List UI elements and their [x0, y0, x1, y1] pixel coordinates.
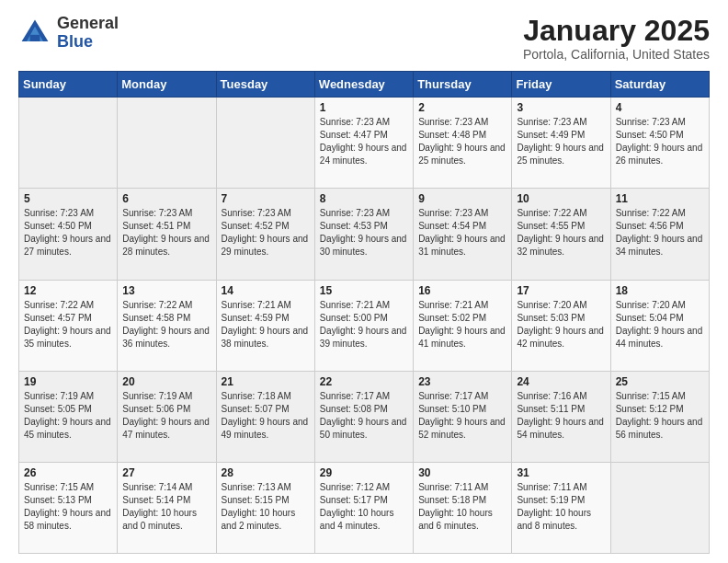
table-row: 6Sunrise: 7:23 AM Sunset: 4:51 PM Daylig… [118, 189, 216, 280]
day-info: Sunrise: 7:23 AM Sunset: 4:53 PM Dayligh… [320, 207, 408, 259]
table-row: 26Sunrise: 7:15 AM Sunset: 5:13 PM Dayli… [19, 462, 118, 553]
day-number: 19 [24, 375, 112, 388]
day-info: Sunrise: 7:11 AM Sunset: 5:19 PM Dayligh… [517, 481, 605, 533]
table-row: 15Sunrise: 7:21 AM Sunset: 5:00 PM Dayli… [314, 280, 413, 371]
day-number: 24 [517, 375, 605, 388]
col-wednesday: Wednesday [314, 72, 413, 98]
logo-blue-text: Blue [57, 33, 119, 52]
table-row: 31Sunrise: 7:11 AM Sunset: 5:19 PM Dayli… [512, 462, 610, 553]
day-info: Sunrise: 7:23 AM Sunset: 4:50 PM Dayligh… [616, 116, 704, 167]
day-number: 30 [418, 466, 506, 479]
table-row [610, 462, 709, 553]
day-number: 13 [122, 284, 210, 297]
day-info: Sunrise: 7:18 AM Sunset: 5:07 PM Dayligh… [222, 390, 310, 442]
day-info: Sunrise: 7:21 AM Sunset: 4:59 PM Dayligh… [222, 299, 310, 350]
day-info: Sunrise: 7:22 AM Sunset: 4:58 PM Dayligh… [122, 299, 210, 350]
day-info: Sunrise: 7:17 AM Sunset: 5:10 PM Dayligh… [418, 390, 506, 442]
day-info: Sunrise: 7:16 AM Sunset: 5:11 PM Dayligh… [517, 390, 605, 442]
calendar-subtitle: Portola, California, United States [523, 47, 710, 62]
day-number: 20 [122, 375, 210, 388]
col-sunday: Sunday [19, 72, 118, 98]
calendar-week-row: 12Sunrise: 7:22 AM Sunset: 4:57 PM Dayli… [19, 280, 710, 371]
logo-icon [18, 17, 51, 50]
day-number: 5 [24, 192, 112, 205]
day-number: 23 [418, 375, 506, 388]
title-block: January 2025 Portola, California, United… [523, 15, 710, 62]
table-row [19, 98, 118, 189]
table-row: 28Sunrise: 7:13 AM Sunset: 5:15 PM Dayli… [216, 462, 314, 553]
table-row: 12Sunrise: 7:22 AM Sunset: 4:57 PM Dayli… [19, 280, 118, 371]
day-info: Sunrise: 7:11 AM Sunset: 5:18 PM Dayligh… [418, 481, 506, 533]
header: General Blue January 2025 Portola, Calif… [18, 15, 710, 62]
day-info: Sunrise: 7:19 AM Sunset: 5:06 PM Dayligh… [122, 390, 210, 442]
day-number: 17 [517, 284, 605, 297]
day-info: Sunrise: 7:22 AM Sunset: 4:56 PM Dayligh… [616, 207, 704, 259]
day-info: Sunrise: 7:17 AM Sunset: 5:08 PM Dayligh… [320, 390, 408, 442]
logo: General Blue [18, 15, 119, 52]
table-row: 5Sunrise: 7:23 AM Sunset: 4:50 PM Daylig… [19, 189, 118, 280]
day-number: 31 [517, 466, 605, 479]
calendar-week-row: 26Sunrise: 7:15 AM Sunset: 5:13 PM Dayli… [19, 462, 710, 553]
day-number: 11 [616, 192, 704, 205]
day-info: Sunrise: 7:21 AM Sunset: 5:02 PM Dayligh… [418, 299, 506, 350]
day-number: 25 [616, 375, 704, 388]
calendar-week-row: 19Sunrise: 7:19 AM Sunset: 5:05 PM Dayli… [19, 371, 710, 462]
table-row: 20Sunrise: 7:19 AM Sunset: 5:06 PM Dayli… [118, 371, 216, 462]
calendar-week-row: 5Sunrise: 7:23 AM Sunset: 4:50 PM Daylig… [19, 189, 710, 280]
table-row: 7Sunrise: 7:23 AM Sunset: 4:52 PM Daylig… [216, 189, 314, 280]
day-info: Sunrise: 7:23 AM Sunset: 4:54 PM Dayligh… [418, 207, 506, 259]
calendar-title: January 2025 [523, 15, 710, 47]
day-number: 9 [418, 192, 506, 205]
day-info: Sunrise: 7:23 AM Sunset: 4:47 PM Dayligh… [320, 116, 408, 167]
day-info: Sunrise: 7:15 AM Sunset: 5:12 PM Dayligh… [616, 390, 704, 442]
table-row: 13Sunrise: 7:22 AM Sunset: 4:58 PM Dayli… [118, 280, 216, 371]
logo-general-text: General [57, 15, 119, 33]
day-number: 7 [222, 192, 310, 205]
day-info: Sunrise: 7:20 AM Sunset: 5:03 PM Dayligh… [517, 299, 605, 350]
day-number: 27 [122, 466, 210, 479]
table-row: 23Sunrise: 7:17 AM Sunset: 5:10 PM Dayli… [414, 371, 512, 462]
table-row [118, 98, 216, 189]
table-row: 1Sunrise: 7:23 AM Sunset: 4:47 PM Daylig… [314, 98, 413, 189]
svg-rect-2 [30, 35, 40, 41]
col-tuesday: Tuesday [216, 72, 314, 98]
day-info: Sunrise: 7:14 AM Sunset: 5:14 PM Dayligh… [122, 481, 210, 533]
table-row: 27Sunrise: 7:14 AM Sunset: 5:14 PM Dayli… [118, 462, 216, 553]
day-info: Sunrise: 7:20 AM Sunset: 5:04 PM Dayligh… [616, 299, 704, 350]
calendar-header-row: Sunday Monday Tuesday Wednesday Thursday… [19, 72, 710, 98]
day-number: 21 [222, 375, 310, 388]
day-number: 16 [418, 284, 506, 297]
day-info: Sunrise: 7:23 AM Sunset: 4:52 PM Dayligh… [222, 207, 310, 259]
day-number: 18 [616, 284, 704, 297]
day-info: Sunrise: 7:23 AM Sunset: 4:50 PM Dayligh… [24, 207, 112, 259]
day-number: 26 [24, 466, 112, 479]
day-number: 4 [616, 101, 704, 114]
table-row: 14Sunrise: 7:21 AM Sunset: 4:59 PM Dayli… [216, 280, 314, 371]
table-row: 19Sunrise: 7:19 AM Sunset: 5:05 PM Dayli… [19, 371, 118, 462]
day-number: 8 [320, 192, 408, 205]
table-row: 18Sunrise: 7:20 AM Sunset: 5:04 PM Dayli… [610, 280, 709, 371]
day-info: Sunrise: 7:23 AM Sunset: 4:48 PM Dayligh… [418, 116, 506, 167]
day-info: Sunrise: 7:23 AM Sunset: 4:51 PM Dayligh… [122, 207, 210, 259]
col-thursday: Thursday [414, 72, 512, 98]
day-info: Sunrise: 7:12 AM Sunset: 5:17 PM Dayligh… [320, 481, 408, 533]
table-row: 4Sunrise: 7:23 AM Sunset: 4:50 PM Daylig… [610, 98, 709, 189]
calendar-table: Sunday Monday Tuesday Wednesday Thursday… [18, 71, 710, 554]
table-row: 25Sunrise: 7:15 AM Sunset: 5:12 PM Dayli… [610, 371, 709, 462]
table-row: 3Sunrise: 7:23 AM Sunset: 4:49 PM Daylig… [512, 98, 610, 189]
day-number: 6 [122, 192, 210, 205]
calendar-week-row: 1Sunrise: 7:23 AM Sunset: 4:47 PM Daylig… [19, 98, 710, 189]
day-info: Sunrise: 7:22 AM Sunset: 4:57 PM Dayligh… [24, 299, 112, 350]
page: General Blue January 2025 Portola, Calif… [0, 0, 728, 563]
day-number: 28 [222, 466, 310, 479]
day-number: 2 [418, 101, 506, 114]
day-info: Sunrise: 7:22 AM Sunset: 4:55 PM Dayligh… [517, 207, 605, 259]
table-row: 30Sunrise: 7:11 AM Sunset: 5:18 PM Dayli… [414, 462, 512, 553]
table-row: 9Sunrise: 7:23 AM Sunset: 4:54 PM Daylig… [414, 189, 512, 280]
day-info: Sunrise: 7:23 AM Sunset: 4:49 PM Dayligh… [517, 116, 605, 167]
day-number: 3 [517, 101, 605, 114]
table-row: 8Sunrise: 7:23 AM Sunset: 4:53 PM Daylig… [314, 189, 413, 280]
day-number: 29 [320, 466, 408, 479]
table-row [216, 98, 314, 189]
day-info: Sunrise: 7:13 AM Sunset: 5:15 PM Dayligh… [222, 481, 310, 533]
